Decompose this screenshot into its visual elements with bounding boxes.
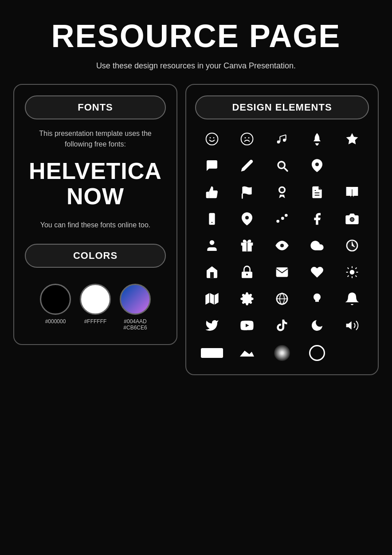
svg-point-15	[315, 163, 319, 166]
icon-twitter	[195, 314, 228, 337]
icon-document	[301, 181, 334, 204]
left-panel: FONTS This presentation template uses th…	[13, 84, 177, 345]
icon-rocket	[301, 127, 334, 151]
svg-point-2	[213, 137, 214, 139]
icon-star	[336, 127, 369, 151]
icon-clock	[336, 234, 369, 257]
icon-phone	[195, 207, 228, 230]
colors-swatches: #000000 #FFFFFF #004AAD#CB6CE6	[40, 284, 151, 331]
svg-point-1	[209, 137, 211, 139]
icon-pencil	[230, 154, 263, 177]
svg-marker-11	[346, 133, 358, 144]
svg-line-46	[356, 268, 357, 269]
svg-point-0	[206, 133, 218, 145]
colors-section: COLORS #000000 #FFFFFF #004AAD#CB6CE6	[25, 244, 166, 331]
icon-lightbulb	[301, 287, 334, 310]
swatch-label-gradient: #004AAD#CB6CE6	[123, 318, 147, 331]
svg-marker-56	[240, 351, 254, 357]
svg-marker-55	[346, 321, 352, 330]
svg-point-27	[285, 214, 288, 217]
swatch-white: #FFFFFF	[80, 284, 111, 331]
icon-user	[195, 234, 228, 257]
icon-envelope	[265, 261, 298, 284]
svg-point-13	[279, 163, 284, 168]
icon-pin	[301, 154, 334, 177]
icon-lock	[230, 261, 263, 284]
page-subtitle: Use these design resources in your Canva…	[96, 61, 296, 71]
icon-flag	[230, 181, 263, 204]
swatch-circle-gradient	[120, 284, 151, 315]
swatch-circle-black	[40, 284, 71, 315]
icon-three-dots	[265, 207, 298, 230]
svg-point-5	[248, 137, 249, 139]
icon-sun	[336, 261, 369, 284]
icon-magnifier	[265, 154, 298, 177]
svg-point-30	[209, 240, 214, 245]
icon-location-pin	[230, 207, 263, 230]
fonts-online-text: You can find these fonts online too.	[40, 220, 150, 230]
icon-bell	[336, 287, 369, 310]
icon-empty1	[336, 154, 369, 177]
icon-youtube	[230, 314, 263, 337]
colors-label: COLORS	[25, 244, 166, 268]
icon-outline-circle	[301, 341, 334, 365]
svg-point-38	[350, 270, 355, 275]
icon-rectangle-shape	[195, 341, 228, 365]
icons-grid	[195, 127, 369, 365]
svg-point-24	[245, 216, 249, 219]
fonts-description: This presentation template uses the foll…	[25, 128, 166, 150]
font-name-display: HELVETICA NOW	[29, 159, 162, 209]
design-elements-label: DESIGN ELEMENTS	[195, 95, 369, 119]
svg-line-14	[285, 168, 287, 171]
svg-line-10	[280, 135, 286, 137]
fonts-label: FONTS	[25, 95, 166, 119]
svg-point-25	[276, 220, 279, 223]
icon-facebook	[301, 207, 334, 230]
icon-home	[195, 261, 228, 284]
svg-marker-47	[205, 293, 218, 305]
icon-eye	[265, 234, 298, 257]
icon-map	[195, 287, 228, 310]
icon-mountain	[230, 341, 263, 365]
svg-point-6	[277, 140, 280, 143]
swatch-label-black: #000000	[45, 318, 66, 325]
svg-point-29	[351, 218, 354, 221]
icon-camera	[336, 207, 369, 230]
icon-smiley	[195, 127, 228, 151]
icon-megaphone	[336, 314, 369, 337]
icon-book	[336, 181, 369, 204]
icon-empty2	[336, 341, 369, 365]
icon-sad	[230, 127, 263, 151]
icon-halftone-circle	[265, 341, 298, 365]
icon-thumbs-up	[195, 181, 228, 204]
svg-line-45	[348, 276, 349, 277]
icon-globe	[265, 287, 298, 310]
swatch-circle-white	[80, 284, 111, 315]
icon-tiktok	[265, 314, 298, 337]
icon-gear	[230, 287, 263, 310]
svg-rect-22	[209, 213, 215, 225]
swatch-label-white: #FFFFFF	[84, 318, 107, 325]
icon-moon	[301, 314, 334, 337]
panels-row: FONTS This presentation template uses th…	[13, 84, 379, 375]
svg-line-41	[348, 268, 349, 269]
svg-point-4	[244, 137, 246, 139]
svg-point-37	[246, 274, 248, 275]
icon-gift	[230, 234, 263, 257]
swatch-black: #000000	[40, 284, 71, 331]
svg-point-26	[281, 217, 284, 220]
svg-point-18	[280, 188, 284, 192]
swatch-gradient: #004AAD#CB6CE6	[120, 284, 151, 331]
icon-chat-bubble	[195, 154, 228, 177]
svg-line-42	[356, 276, 357, 277]
icon-heart	[301, 261, 334, 284]
icon-cloud	[301, 234, 334, 257]
svg-point-3	[241, 133, 253, 145]
svg-point-33	[280, 244, 284, 247]
icon-music-notes	[265, 127, 298, 151]
page-title: RESOURCE PAGE	[51, 18, 341, 54]
right-panel: DESIGN ELEMENTS	[185, 84, 379, 375]
icon-award	[265, 181, 298, 204]
